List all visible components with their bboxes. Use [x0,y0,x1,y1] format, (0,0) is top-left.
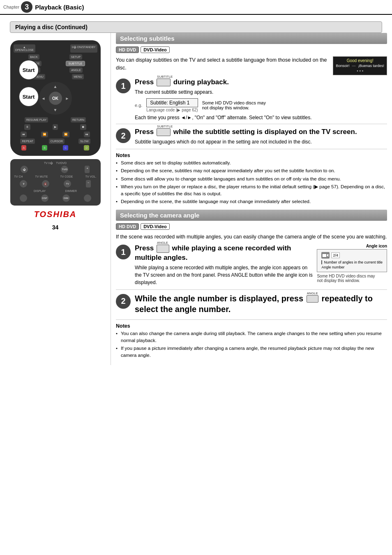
section-title: Playing a disc (Continued) [10,21,382,33]
a-button[interactable]: A [21,145,27,150]
tv-code-button[interactable]: TV [64,180,71,187]
angle-button[interactable]: ANGLE [69,67,83,73]
subtitle-note-2: Depending on the scene, subtitles may no… [116,167,387,174]
tv-vol-plus[interactable]: + [85,166,90,173]
step-2-title: Press SUBTITLE while the subtitle settin… [135,127,387,136]
page-number: 34 [49,222,62,232]
angle-icon-label: Angle icon [317,244,387,248]
subtitles-section: Selecting subtitles HD DVD DVD-Video You… [116,33,387,206]
d-pad-left[interactable]: ◄ [42,96,46,101]
tv-dvd-button[interactable]: TV/D [61,166,68,173]
d-pad-right[interactable]: ► [65,96,69,101]
angle-step-1-title: Press ANGLE while playing a scene record… [135,244,313,262]
subtitle-notes-list: Some discs are set to display subtitles … [116,160,387,206]
angle-note-2: If you pause a picture immediately after… [116,345,387,359]
d-pad-down[interactable]: ▼ [53,108,58,112]
open-close-button[interactable]: ▲ OPEN/CLOSE [14,44,36,53]
resume-play-button[interactable]: RESUME PLAY [25,117,48,123]
dimmer-button[interactable]: DIM [62,194,70,202]
tv-remote-section: TV I/⏻ TV/DVD ⏻ TV/D + TV CH TV MUTE TV … [10,159,101,206]
rew-button[interactable]: ⏪ [41,132,48,137]
angle-number-display: 2/4 [331,252,340,258]
subtitle-note-3: Some discs will allow you to change subt… [116,176,387,183]
subtitle-note-5: Depending on the scene, the subtitle lan… [116,198,387,205]
c-button[interactable]: C [63,145,68,150]
tv-ch-down[interactable]: ∨ [20,180,27,187]
angle-intro: If the scene was recorded with multiple … [116,233,387,241]
cursor-button[interactable]: CURSOR [49,139,65,144]
step-1-content: Press SUBTITLE during playback. The curr… [135,78,387,120]
step-1-desc: The current subtitle setting appears. [135,88,387,96]
on-standby-button[interactable]: I/⏻ ON/STANDBY [70,44,97,53]
tv-extra-1[interactable] [20,194,27,202]
subtitle-notes: Notes Some discs are set to display subt… [116,153,387,206]
angle-diagram: Angle icon [317,244,387,283]
camera-angle-section: Selecting the camera angle HD DVD DVD-Vi… [116,210,387,359]
stop-button[interactable]: ⏹ [80,124,86,130]
back-setup-row: BACK SETUP [14,54,97,60]
back-button[interactable]: BACK [28,54,39,60]
display-dimmer-label: DISPLAY DIMMER [13,189,98,193]
toshiba-logo: TOSHIBA [34,210,77,219]
d-pad[interactable]: ▲ ▼ ◄ ► OK [39,82,72,115]
step-2-circle: 2 [116,128,131,143]
subtitles-header: Selecting subtitles [116,33,387,44]
angle-step-1-content: Press ANGLE while playing a scene record… [135,244,387,286]
right-panel: Selecting subtitles HD DVD DVD-Video You… [111,33,392,365]
d-button[interactable]: D [84,145,89,150]
repeat-button[interactable]: REPEAT [20,139,35,144]
b-button[interactable]: B [42,145,47,150]
angle-step-2: 2 While the angle number is displayed, p… [116,293,387,320]
alternates-text: Each time you press ◄/►, "On" and "Off" … [135,115,387,120]
angle-icon-graphic [321,252,330,259]
tv-mute-button[interactable]: 🔇 [42,180,49,187]
tv-ch-label: TV CH TV MUTE TV CODE TV VOL. [13,174,98,179]
example-note: Some HD DVD video discs may not display … [202,100,268,110]
angle-step-2-content: While the angle number is displayed, pre… [135,293,387,316]
resume-return-row: RESUME PLAY RETURN [14,117,97,123]
chapter-number: 3 [21,1,32,13]
subtitle-step-2: 2 Press SUBTITLE while the subtitle sett… [116,127,387,149]
chapter-header: Chapter 3 Playback (Basic) [0,0,392,15]
subtitle-intro-text: You can display subtitles on the TV and … [116,56,328,75]
subtitle-note-4: When you turn on the player or replace a… [116,183,387,198]
play-button[interactable]: ▶ [53,124,58,130]
language-code-note: Language code (▶ page 62) [146,108,198,112]
setup-button[interactable]: SETUP [69,54,82,60]
subtitle-notes-title: Notes [116,153,387,158]
angle-dvd-video-badge: DVD-Video [141,223,170,230]
return-button[interactable]: RETURN [71,117,86,123]
remote-control: ▲ OPEN/CLOSE I/⏻ ON/STANDBY BACK SETUP P… [10,37,101,156]
subtitle-button[interactable]: SUBTITLE [66,61,85,66]
angle-step-1-desc: While playing a scene recorded with mult… [135,264,313,286]
tv-power-button[interactable]: ⏻ [21,166,28,173]
next-button[interactable]: ⏭ [84,132,90,137]
svg-rect-0 [322,254,327,257]
tv-vol-minus[interactable]: − [86,180,91,187]
display-button[interactable]: DSP [41,194,48,202]
hd-dvd-badge: HD DVD [116,46,139,53]
step-1-title: Press SUBTITLE during playback. [135,78,387,87]
prev-button[interactable]: ⏮ [21,132,27,137]
pause-button[interactable]: ⏸ [24,124,30,130]
angle-number-label: Angle number [321,265,383,269]
step-2-desc: Subtitle languages which do not appear i… [135,138,387,146]
repeat-cursor-slow-row: REPEAT CURSOR SLOW [14,139,97,144]
tv-remote-label: TV I/⏻ TV/DVD [13,162,98,164]
angle-step-2-title: While the angle number is displayed, pre… [135,293,387,314]
ff-button[interactable]: ⏩ [62,132,69,137]
start-badge-1: Start [18,60,39,80]
d-pad-up[interactable]: ▲ [53,84,58,89]
angle-notes: Notes You can also change the camera ang… [116,323,387,359]
remote-top-row: ▲ OPEN/CLOSE I/⏻ ON/STANDBY [14,44,97,53]
subtitle-example-box: Subtitle: English 1 [146,98,198,107]
menu-button[interactable]: MENU [72,74,84,79]
ok-button[interactable]: OK [49,92,62,105]
transport-row: ⏸ ▶ ⏹ [14,124,97,130]
angle-note-1: You can also change the camera angle dur… [116,330,387,345]
tv-extra-2[interactable] [84,194,91,202]
angle-key-badge-2: ANGLE [307,295,318,303]
slow-button[interactable]: SLOW [78,139,90,144]
angle-step-2-circle: 2 [116,294,131,309]
angle-notes-title: Notes [116,323,387,329]
